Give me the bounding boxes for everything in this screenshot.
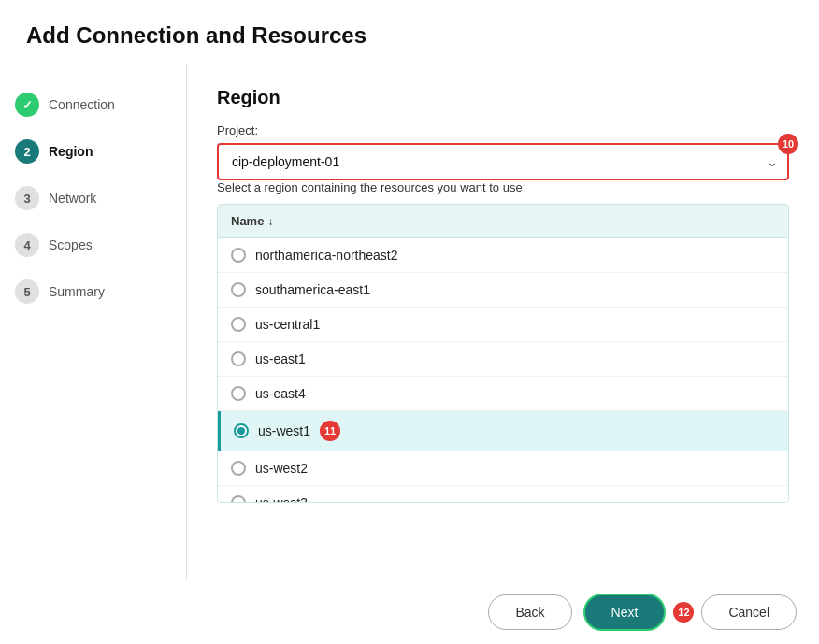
radio-us-west3[interactable] xyxy=(231,495,246,503)
sidebar-item-region[interactable]: 2 Region xyxy=(0,130,186,173)
radio-southamerica-east1[interactable] xyxy=(231,282,246,297)
row-badge-wrapper: us-west1 11 xyxy=(258,421,775,441)
step-circle-region: 2 xyxy=(15,139,39,164)
project-select-container: cip-deployment-01 ⌄ 10 xyxy=(217,143,789,180)
content-area: Region Project: cip-deployment-01 ⌄ 10 S… xyxy=(187,64,819,580)
sidebar: ✓ Connection 2 Region 3 Network 4 Scopes… xyxy=(0,64,187,580)
cancel-button[interactable]: Cancel xyxy=(701,594,797,630)
radio-us-east4[interactable] xyxy=(231,386,246,401)
badge-10: 10 xyxy=(778,134,798,154)
sidebar-item-scopes[interactable]: 4 Scopes xyxy=(0,223,186,266)
radio-inner xyxy=(237,427,245,435)
instruction-text: Select a region containing the resources… xyxy=(217,180,789,194)
table-row[interactable]: us-east1 xyxy=(218,342,788,377)
project-select[interactable]: cip-deployment-01 xyxy=(217,143,789,180)
sidebar-item-label-region: Region xyxy=(49,144,93,159)
table-row[interactable]: us-east4 xyxy=(218,377,788,411)
sidebar-item-label-scopes: Scopes xyxy=(49,237,93,252)
section-title: Region xyxy=(217,87,789,108)
region-label: us-west3 xyxy=(255,495,308,503)
region-label: us-east4 xyxy=(255,386,306,401)
step-circle-network: 3 xyxy=(15,186,39,210)
footer: Back Next 12 Cancel xyxy=(0,580,819,644)
badge-11: 11 xyxy=(320,421,340,441)
region-label: southamerica-east1 xyxy=(255,282,370,297)
step-circle-summary: 5 xyxy=(15,279,39,304)
table-row[interactable]: southamerica-east1 xyxy=(218,273,788,308)
next-cancel-group: Next 12 Cancel xyxy=(583,594,797,631)
radio-us-central1[interactable] xyxy=(231,317,246,332)
region-label: northamerica-northeast2 xyxy=(255,248,398,263)
next-button[interactable]: Next xyxy=(583,594,667,631)
table-header: Name ↓ xyxy=(218,205,788,238)
page-title: Add Connection and Resources xyxy=(0,0,819,64)
region-table: Name ↓ northamerica-northeast2 southamer… xyxy=(217,204,789,503)
project-label: Project: xyxy=(217,123,789,137)
radio-northamerica-northeast2[interactable] xyxy=(231,248,246,263)
sidebar-item-network[interactable]: 3 Network xyxy=(0,177,186,220)
column-name: Name xyxy=(231,214,264,228)
table-row[interactable]: us-west2 xyxy=(218,451,788,486)
sidebar-item-label-summary: Summary xyxy=(49,284,105,299)
sidebar-item-connection[interactable]: ✓ Connection xyxy=(0,83,186,126)
region-label: us-central1 xyxy=(255,317,320,332)
badge-12: 12 xyxy=(673,602,694,623)
region-label: us-west2 xyxy=(255,461,308,476)
table-row-selected[interactable]: us-west1 11 xyxy=(218,411,788,451)
radio-us-east1[interactable] xyxy=(231,351,246,366)
region-label: us-east1 xyxy=(255,351,306,366)
table-row[interactable]: northamerica-northeast2 xyxy=(218,238,788,273)
table-row[interactable]: us-central1 xyxy=(218,308,788,342)
sidebar-item-label-connection: Connection xyxy=(49,97,115,112)
step-circle-scopes: 4 xyxy=(15,233,39,257)
table-row[interactable]: us-west3 xyxy=(218,486,788,503)
region-label: us-west1 xyxy=(258,423,310,438)
radio-us-west2[interactable] xyxy=(231,461,246,476)
sidebar-item-label-network: Network xyxy=(49,191,96,206)
step-circle-connection: ✓ xyxy=(15,93,39,117)
sort-icon: ↓ xyxy=(267,215,273,228)
back-button[interactable]: Back xyxy=(488,594,571,630)
sidebar-item-summary[interactable]: 5 Summary xyxy=(0,270,186,313)
radio-us-west1[interactable] xyxy=(234,423,249,438)
